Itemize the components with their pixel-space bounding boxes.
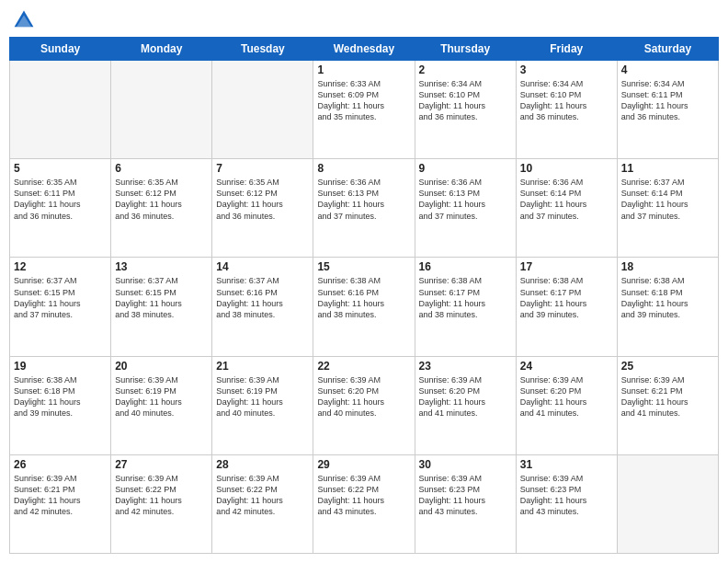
day-number: 13 (115, 260, 208, 273)
day-cell: 16Sunrise: 6:38 AM Sunset: 6:17 PM Dayli… (415, 258, 516, 356)
day-number: 1 (317, 63, 410, 76)
day-number: 26 (14, 458, 107, 471)
day-number: 16 (419, 260, 512, 273)
day-cell: 25Sunrise: 6:39 AM Sunset: 6:21 PM Dayli… (617, 356, 718, 454)
day-cell: 8Sunrise: 6:36 AM Sunset: 6:13 PM Daylig… (313, 159, 415, 258)
week-row-4: 26Sunrise: 6:39 AM Sunset: 6:21 PM Dayli… (10, 454, 719, 553)
weekday-thursday: Thursday (415, 38, 516, 61)
day-info: Sunrise: 6:38 AM Sunset: 6:18 PM Dayligh… (621, 275, 714, 320)
day-info: Sunrise: 6:38 AM Sunset: 6:16 PM Dayligh… (317, 275, 410, 320)
day-number: 27 (115, 458, 208, 471)
day-number: 3 (520, 63, 613, 76)
day-number: 19 (14, 360, 107, 373)
day-cell (617, 454, 718, 553)
day-info: Sunrise: 6:39 AM Sunset: 6:23 PM Dayligh… (520, 473, 613, 518)
day-number: 25 (621, 360, 714, 373)
day-number: 28 (216, 458, 309, 471)
day-info: Sunrise: 6:34 AM Sunset: 6:11 PM Dayligh… (621, 78, 714, 123)
day-cell: 20Sunrise: 6:39 AM Sunset: 6:19 PM Dayli… (111, 356, 212, 454)
day-info: Sunrise: 6:39 AM Sunset: 6:20 PM Dayligh… (520, 374, 613, 419)
day-cell (111, 61, 212, 159)
day-info: Sunrise: 6:37 AM Sunset: 6:16 PM Dayligh… (216, 275, 309, 320)
weekday-wednesday: Wednesday (313, 38, 415, 61)
day-info: Sunrise: 6:35 AM Sunset: 6:12 PM Dayligh… (216, 177, 309, 222)
day-number: 18 (621, 260, 714, 273)
day-cell: 4Sunrise: 6:34 AM Sunset: 6:11 PM Daylig… (617, 61, 718, 159)
day-number: 31 (520, 458, 613, 471)
day-cell: 10Sunrise: 6:36 AM Sunset: 6:14 PM Dayli… (516, 159, 617, 258)
day-cell: 7Sunrise: 6:35 AM Sunset: 6:12 PM Daylig… (212, 159, 313, 258)
day-info: Sunrise: 6:34 AM Sunset: 6:10 PM Dayligh… (419, 78, 512, 123)
day-info: Sunrise: 6:33 AM Sunset: 6:09 PM Dayligh… (317, 78, 410, 123)
header (9, 9, 719, 31)
day-number: 20 (115, 360, 208, 373)
calendar-table: SundayMondayTuesdayWednesdayThursdayFrid… (9, 37, 719, 554)
day-cell: 5Sunrise: 6:35 AM Sunset: 6:11 PM Daylig… (10, 159, 111, 258)
day-cell: 30Sunrise: 6:39 AM Sunset: 6:23 PM Dayli… (415, 454, 516, 553)
day-info: Sunrise: 6:39 AM Sunset: 6:20 PM Dayligh… (317, 374, 410, 419)
day-number: 5 (14, 162, 107, 175)
day-cell: 17Sunrise: 6:38 AM Sunset: 6:17 PM Dayli… (516, 258, 617, 356)
day-info: Sunrise: 6:39 AM Sunset: 6:21 PM Dayligh… (621, 374, 714, 419)
day-info: Sunrise: 6:36 AM Sunset: 6:14 PM Dayligh… (520, 177, 613, 222)
day-info: Sunrise: 6:35 AM Sunset: 6:12 PM Dayligh… (115, 177, 208, 222)
day-number: 30 (419, 458, 512, 471)
week-row-3: 19Sunrise: 6:38 AM Sunset: 6:18 PM Dayli… (10, 356, 719, 454)
day-cell: 15Sunrise: 6:38 AM Sunset: 6:16 PM Dayli… (313, 258, 415, 356)
day-cell: 26Sunrise: 6:39 AM Sunset: 6:21 PM Dayli… (10, 454, 111, 553)
logo (13, 9, 39, 31)
day-number: 12 (14, 260, 107, 273)
day-info: Sunrise: 6:35 AM Sunset: 6:11 PM Dayligh… (14, 177, 107, 222)
day-info: Sunrise: 6:38 AM Sunset: 6:18 PM Dayligh… (14, 374, 107, 419)
weekday-monday: Monday (111, 38, 212, 61)
day-number: 14 (216, 260, 309, 273)
day-number: 23 (419, 360, 512, 373)
day-cell: 1Sunrise: 6:33 AM Sunset: 6:09 PM Daylig… (313, 61, 415, 159)
day-cell: 3Sunrise: 6:34 AM Sunset: 6:10 PM Daylig… (516, 61, 617, 159)
day-number: 21 (216, 360, 309, 373)
day-cell (212, 61, 313, 159)
day-cell: 23Sunrise: 6:39 AM Sunset: 6:20 PM Dayli… (415, 356, 516, 454)
page: SundayMondayTuesdayWednesdayThursdayFrid… (0, 0, 728, 563)
day-number: 17 (520, 260, 613, 273)
day-number: 2 (419, 63, 512, 76)
week-row-2: 12Sunrise: 6:37 AM Sunset: 6:15 PM Dayli… (10, 258, 719, 356)
day-number: 8 (317, 162, 410, 175)
day-info: Sunrise: 6:37 AM Sunset: 6:15 PM Dayligh… (115, 275, 208, 320)
day-info: Sunrise: 6:39 AM Sunset: 6:19 PM Dayligh… (216, 374, 309, 419)
day-info: Sunrise: 6:39 AM Sunset: 6:22 PM Dayligh… (317, 473, 410, 518)
weekday-friday: Friday (516, 38, 617, 61)
day-cell: 31Sunrise: 6:39 AM Sunset: 6:23 PM Dayli… (516, 454, 617, 553)
day-number: 10 (520, 162, 613, 175)
day-info: Sunrise: 6:39 AM Sunset: 6:21 PM Dayligh… (14, 473, 107, 518)
weekday-header-row: SundayMondayTuesdayWednesdayThursdayFrid… (10, 38, 719, 61)
day-number: 4 (621, 63, 714, 76)
day-info: Sunrise: 6:39 AM Sunset: 6:22 PM Dayligh… (115, 473, 208, 518)
day-cell: 19Sunrise: 6:38 AM Sunset: 6:18 PM Dayli… (10, 356, 111, 454)
day-number: 15 (317, 260, 410, 273)
day-cell: 18Sunrise: 6:38 AM Sunset: 6:18 PM Dayli… (617, 258, 718, 356)
day-number: 24 (520, 360, 613, 373)
day-info: Sunrise: 6:36 AM Sunset: 6:13 PM Dayligh… (317, 177, 410, 222)
day-cell: 22Sunrise: 6:39 AM Sunset: 6:20 PM Dayli… (313, 356, 415, 454)
day-info: Sunrise: 6:39 AM Sunset: 6:22 PM Dayligh… (216, 473, 309, 518)
day-number: 22 (317, 360, 410, 373)
day-cell: 29Sunrise: 6:39 AM Sunset: 6:22 PM Dayli… (313, 454, 415, 553)
weekday-sunday: Sunday (10, 38, 111, 61)
day-cell: 9Sunrise: 6:36 AM Sunset: 6:13 PM Daylig… (415, 159, 516, 258)
day-cell: 11Sunrise: 6:37 AM Sunset: 6:14 PM Dayli… (617, 159, 718, 258)
day-info: Sunrise: 6:39 AM Sunset: 6:19 PM Dayligh… (115, 374, 208, 419)
day-info: Sunrise: 6:38 AM Sunset: 6:17 PM Dayligh… (520, 275, 613, 320)
day-number: 29 (317, 458, 410, 471)
day-number: 6 (115, 162, 208, 175)
day-cell: 27Sunrise: 6:39 AM Sunset: 6:22 PM Dayli… (111, 454, 212, 553)
day-info: Sunrise: 6:39 AM Sunset: 6:20 PM Dayligh… (419, 374, 512, 419)
day-number: 7 (216, 162, 309, 175)
day-number: 9 (419, 162, 512, 175)
day-cell: 6Sunrise: 6:35 AM Sunset: 6:12 PM Daylig… (111, 159, 212, 258)
day-info: Sunrise: 6:37 AM Sunset: 6:15 PM Dayligh… (14, 275, 107, 320)
day-info: Sunrise: 6:34 AM Sunset: 6:10 PM Dayligh… (520, 78, 613, 123)
day-cell: 14Sunrise: 6:37 AM Sunset: 6:16 PM Dayli… (212, 258, 313, 356)
week-row-0: 1Sunrise: 6:33 AM Sunset: 6:09 PM Daylig… (10, 61, 719, 159)
day-cell: 12Sunrise: 6:37 AM Sunset: 6:15 PM Dayli… (10, 258, 111, 356)
